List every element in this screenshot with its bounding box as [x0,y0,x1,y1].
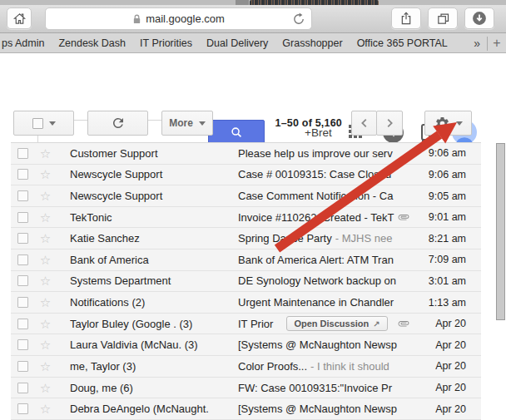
row-checkbox[interactable] [17,297,28,308]
sender: Customer Support [70,147,238,160]
star-icon[interactable]: ☆ [38,338,52,351]
star-icon[interactable]: ☆ [38,147,52,160]
row-checkbox[interactable] [17,403,28,414]
row-checkbox[interactable] [17,254,28,265]
email-list: ☆ Customer Support Please help us improv… [11,142,481,420]
email-row[interactable]: ☆ Bank of America Bank of America Alert:… [11,250,481,271]
sender: Katie Sanchez [70,232,238,245]
timestamp: 8:21 am [416,233,481,245]
star-icon[interactable]: ☆ [38,360,52,373]
downloads-button[interactable] [464,7,494,29]
row-checkbox[interactable] [17,190,28,201]
star-icon[interactable]: ☆ [38,382,52,394]
more-caret-icon [199,121,206,126]
timestamp: 9:01 am [416,211,481,223]
email-row[interactable]: ☆ Systems Department DE Synology Network… [11,271,481,293]
timestamp: Apr 20 [416,360,481,372]
older-page-button[interactable] [376,111,403,136]
timestamp: Apr 20 [416,403,481,415]
bookmark-it-priorities[interactable]: IT Priorities [140,37,192,49]
settings-caret-icon [456,121,463,126]
sender: Debra DeAngelo (McNaught. [70,403,238,415]
address-bar[interactable]: mail.google.com [45,7,312,30]
timestamp: Apr 20 [416,339,481,351]
star-icon[interactable]: ☆ [38,274,52,287]
row-checkbox[interactable] [17,361,28,372]
bookmark-office-365-portal[interactable]: Office 365 PORTAL [357,37,448,49]
select-dropdown-caret-icon[interactable] [49,121,56,126]
email-row[interactable]: ☆ Katie Sanchez Spring Dance Party- MJHS… [11,228,481,250]
row-checkbox[interactable] [17,383,28,393]
subject: IT Prior [238,318,273,330]
bookmark-grasshopper[interactable]: Grasshopper [282,37,342,49]
row-checkbox[interactable] [17,339,28,350]
star-icon[interactable]: ☆ [38,403,52,415]
bookmarks-bar: ps Admin Zendesk Dash IT Priorities Dual… [0,33,506,53]
timestamp: 9:06 am [416,169,481,180]
email-row[interactable]: ☆ Debra DeAngelo (McNaught. [Systems @ M… [11,398,481,420]
scrollbar-thumb[interactable] [496,143,505,320]
download-icon [471,10,488,27]
subject: Urgent Maintenance in Chandler [238,296,394,309]
attachment-icon [398,318,409,329]
star-icon[interactable]: ☆ [38,318,52,330]
sender: TekTonic [70,211,238,224]
email-row[interactable]: ☆ TekTonic Invoice #110262: Created - Te… [11,207,481,229]
star-icon[interactable]: ☆ [38,232,52,245]
tabs-icon [436,12,450,26]
sender: me, Taylor (3) [70,360,238,373]
home-button[interactable] [7,7,32,29]
subject: Invoice #110262: Created - TekT [238,211,394,224]
browser-toolbar: mail.google.com [0,5,506,33]
open-discussion-chip[interactable]: Open Discussion↗ [286,316,387,331]
bookmarks-overflow-chevron[interactable]: » [467,37,487,50]
more-button[interactable]: More [161,111,213,136]
email-row[interactable]: ☆ Newscycle Support Case Comment Notific… [11,185,481,207]
row-checkbox[interactable] [17,275,28,286]
email-row[interactable]: ☆ me, Taylor (3) Color Proofs...- I thin… [11,356,481,378]
email-row[interactable]: ☆ Taylor Buley (Google . (3) IT Prior Op… [11,314,481,335]
row-checkbox[interactable] [17,148,28,159]
star-icon[interactable]: ☆ [38,168,52,180]
sender: Newscycle Support [70,168,238,180]
star-icon[interactable]: ☆ [38,190,52,202]
chevron-right-icon [383,116,396,130]
select-all-button[interactable] [13,111,74,136]
sender: Systems Department [70,274,238,287]
timestamp: 9:05 am [416,190,481,202]
bookmark-apps-admin[interactable]: ps Admin [2,37,44,49]
subject: Case # 00109315: Case Closed [238,168,391,180]
row-checkbox[interactable] [17,233,28,244]
email-row[interactable]: ☆ Doug, me (6) FW: Case 00109315:"Invoic… [11,378,481,399]
sender: Notifications (2) [70,296,238,309]
bookmark-zendesk-dash[interactable]: Zendesk Dash [58,37,126,49]
subject: [Systems @ McNaughton Newsp [238,403,397,415]
bookmark-dual-delivery[interactable]: Dual Delivery [206,37,268,49]
refresh-button[interactable] [87,111,148,136]
email-row[interactable]: ☆ Laura Valdivia (McNau. (3) [Systems @ … [11,334,481,356]
row-checkbox[interactable] [17,319,28,329]
newer-page-button[interactable] [351,111,377,136]
subject: FW: Case 00109315:"Invoice Pr [238,382,392,394]
show-tabs-button[interactable] [428,7,458,29]
select-all-checkbox[interactable] [32,118,43,129]
reload-icon[interactable] [292,12,305,26]
row-checkbox[interactable] [17,212,28,223]
star-icon[interactable]: ☆ [38,296,52,309]
row-checkbox[interactable] [17,169,28,180]
sender: Laura Valdivia (McNau. (3) [70,338,238,351]
share-button[interactable] [391,7,421,29]
pagination-count: 1–50 of 5,160 [241,117,342,129]
new-tab-button[interactable]: + [488,36,506,51]
sender: Doug, me (6) [70,382,238,394]
email-row[interactable]: ☆ Newscycle Support Case # 00109315: Cas… [11,165,481,186]
email-row[interactable]: ☆ Customer Support Please help us improv… [11,143,481,165]
timestamp: 9:06 am [416,147,481,159]
settings-button[interactable] [424,111,472,136]
star-icon[interactable]: ☆ [38,211,52,224]
star-icon[interactable]: ☆ [38,254,52,266]
email-row[interactable]: ☆ Notifications (2) Urgent Maintenance i… [11,292,481,314]
subject: DE Synology Network backup on [238,274,396,287]
subject: Color Proofs... [238,360,307,373]
url-text: mail.google.com [146,12,225,25]
